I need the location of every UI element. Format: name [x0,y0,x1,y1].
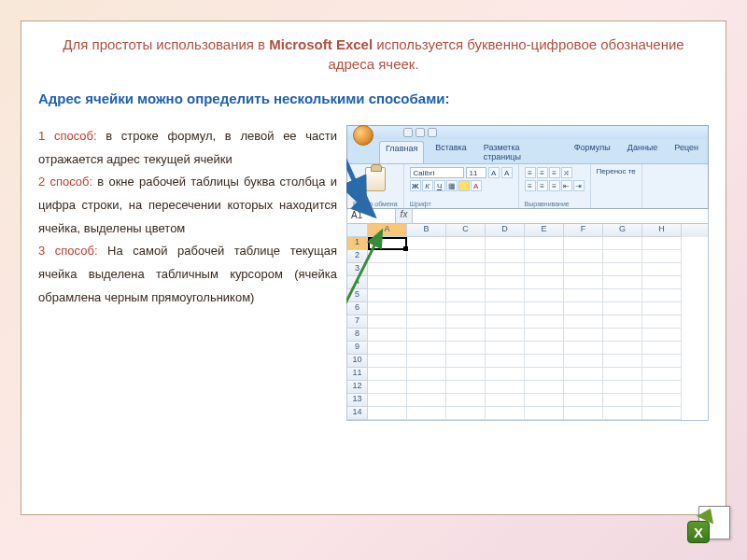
column-headers: A B C D E F G H [347,224,708,237]
method-1: 1 способ: в строке формул, в левой ее ча… [38,125,337,171]
increase-font-icon[interactable]: A [488,167,500,178]
col-head-f[interactable]: F [564,224,603,237]
tab-insert[interactable]: Вставка [430,141,472,163]
font-color-icon[interactable]: A [471,180,482,191]
method-3: 3 способ: На самой рабочей таблице текущ… [38,240,337,309]
col-head-d[interactable]: D [486,224,525,237]
tab-data[interactable]: Данные [622,141,664,163]
row-head-5[interactable]: 5 [347,289,368,302]
ribbon: Буфер обмена Calibri 11 A A Ж [347,163,708,208]
paste-icon[interactable] [365,167,386,191]
row-head-10[interactable]: 10 [347,355,368,368]
group-clipboard-label: Буфер обмена [353,201,398,207]
orientation-icon[interactable]: ⤭ [561,167,572,178]
underline-icon[interactable]: Ч [434,180,445,191]
decrease-font-icon[interactable]: A [501,167,513,178]
group-font: Calibri 11 A A Ж К Ч ▦ A [404,164,519,208]
wrap-text-button[interactable]: Перенос те [597,167,636,175]
ribbon-tabs: Главная Вставка Разметка страницы Формул… [347,139,708,163]
font-name-select[interactable]: Calibri [410,167,464,178]
title-pre: Для простоты использования в [63,36,269,52]
row-head-12[interactable]: 12 [347,381,368,394]
formula-bar[interactable] [413,209,708,223]
cells-area[interactable] [368,237,682,420]
group-clipboard: Буфер обмена [347,164,404,208]
worksheet-grid[interactable]: A B C D E F G H 1 2 3 4 5 6 [346,224,709,421]
excel-logo-icon: X [685,506,730,543]
tab-pagelayout[interactable]: Разметка страницы [478,141,563,163]
col-head-c[interactable]: C [446,224,486,237]
group-alignment-label: Выравнивание [525,201,570,207]
align-center-icon[interactable]: ≡ [537,180,548,191]
align-right-icon[interactable]: ≡ [549,180,560,191]
content-row: 1 способ: в строке формул, в левой ее ча… [38,125,709,424]
slide-card: Для простоты использования в Microsoft E… [21,21,726,515]
group-alignment: ≡ ≡ ≡ ⤭ ≡ ≡ ≡ ⇤ ⇥ [519,164,591,208]
select-all-corner[interactable] [347,224,368,237]
subtitle: Адрес ячейки можно определить нескольким… [38,91,709,106]
method-1-label: 1 способ: [38,129,97,143]
col-head-g[interactable]: G [603,224,642,237]
row-head-1[interactable]: 1 [347,237,368,250]
method-2-label: 2 способ: [38,175,92,189]
title-app: Microsoft Excel [269,36,373,52]
fill-color-icon[interactable] [458,180,470,191]
row-head-7[interactable]: 7 [347,315,368,329]
name-box[interactable]: A1 [347,209,396,223]
row-head-6[interactable]: 6 [347,302,368,315]
col-head-e[interactable]: E [525,224,564,237]
row-head-2[interactable]: 2 [347,250,368,263]
quick-access-toolbar[interactable] [403,128,437,137]
titlebar [347,126,708,139]
indent-inc-icon[interactable]: ⇥ [573,180,585,191]
indent-dec-icon[interactable]: ⇤ [561,180,572,191]
font-size-select[interactable]: 11 [466,167,486,178]
border-icon[interactable]: ▦ [446,180,458,191]
row-head-4[interactable]: 4 [347,276,368,289]
align-bottom-icon[interactable]: ≡ [549,167,560,178]
row-head-14[interactable]: 14 [347,407,368,420]
office-button-icon[interactable] [353,125,374,146]
align-left-icon[interactable]: ≡ [525,180,536,191]
align-middle-icon[interactable]: ≡ [537,167,548,178]
row-head-3[interactable]: 3 [347,263,368,276]
tab-formulas[interactable]: Формулы [569,141,616,163]
row-head-11[interactable]: 11 [347,368,368,381]
methods-text: 1 способ: в строке формул, в левой ее ча… [38,125,337,424]
page-title: Для простоты использования в Microsoft E… [38,35,709,74]
excel-logo-letter: X [687,521,710,543]
formula-bar-row: A1 fx [346,209,709,224]
italic-icon[interactable]: К [422,180,433,191]
fx-icon[interactable]: fx [396,209,413,223]
col-head-b[interactable]: B [407,224,446,237]
group-wrap: Перенос те [591,164,642,208]
grid-body: 1 2 3 4 5 6 7 8 9 10 11 12 13 14 [347,237,708,420]
align-top-icon[interactable]: ≡ [525,167,536,178]
row-headers: 1 2 3 4 5 6 7 8 9 10 11 12 13 14 [347,237,368,420]
col-head-a[interactable]: A [368,224,407,237]
row-head-9[interactable]: 9 [347,342,368,355]
col-head-h[interactable]: H [642,224,682,237]
row-head-8[interactable]: 8 [347,329,368,342]
row-head-13[interactable]: 13 [347,394,368,407]
tab-review[interactable]: Рецен [669,141,704,163]
method-2: 2 способ: в окне рабочей таблицы буква с… [38,171,337,240]
excel-window: Главная Вставка Разметка страницы Формул… [346,125,709,209]
group-font-label: Шрифт [410,201,431,207]
method-3-label: 3 способ: [38,244,98,258]
excel-screenshot: Главная Вставка Разметка страницы Формул… [346,125,709,424]
title-post: используется буквенно-цифровое обозначен… [328,36,684,72]
bold-icon[interactable]: Ж [410,180,421,191]
tab-home[interactable]: Главная [379,141,424,163]
